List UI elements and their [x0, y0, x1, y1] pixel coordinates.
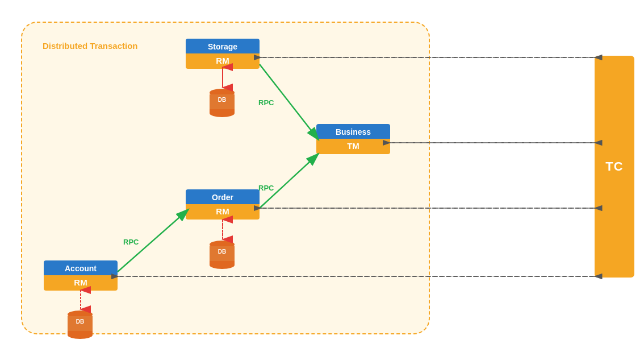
storage-db-bottom: [210, 109, 235, 117]
order-service-badge: RM: [186, 204, 260, 220]
order-db-label: DB: [218, 249, 226, 255]
business-service-name: Business: [316, 124, 390, 139]
account-service-badge: RM: [44, 275, 118, 291]
storage-db: DB: [210, 89, 235, 117]
order-service: Order RM: [186, 189, 260, 220]
tc-label: TC: [605, 159, 623, 174]
account-service-name: Account: [44, 260, 118, 275]
order-service-name: Order: [186, 189, 260, 204]
distributed-transaction-label: Distributed Transaction: [43, 41, 138, 51]
storage-service: Storage RM: [186, 39, 260, 69]
business-service-badge: TM: [316, 139, 390, 154]
account-service: Account RM: [44, 260, 118, 291]
storage-service-badge: RM: [186, 53, 260, 69]
rpc-label-storage-business: RPC: [258, 98, 274, 107]
rpc-label-account-order: RPC: [123, 238, 139, 246]
order-db-bottom: [210, 261, 235, 269]
business-service: Business TM: [316, 124, 390, 154]
order-db: DB: [210, 241, 235, 269]
storage-db-label: DB: [218, 97, 226, 103]
account-db-label: DB: [76, 318, 84, 325]
account-db: DB: [68, 311, 93, 339]
tc-block: TC: [595, 56, 634, 278]
diagram-container: Distributed Transaction TC Storage RM Bu…: [10, 10, 634, 346]
account-db-bottom: [68, 331, 93, 339]
storage-service-name: Storage: [186, 39, 260, 53]
rpc-label-order-business: RPC: [258, 184, 274, 192]
